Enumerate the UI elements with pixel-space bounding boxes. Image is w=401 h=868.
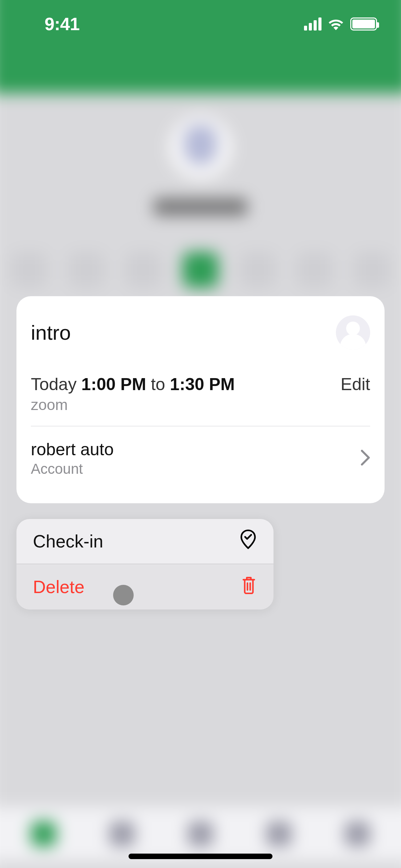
related-account-row[interactable]: robert auto Account xyxy=(31,426,370,494)
event-detail-card: intro Today 1:00 PM to 1:30 PM zoom Edit… xyxy=(16,296,385,503)
status-bar: 9:41 xyxy=(0,0,401,48)
cellular-signal-icon xyxy=(304,17,321,31)
event-start-time: 1:00 PM xyxy=(81,375,146,394)
delete-label: Delete xyxy=(33,577,84,597)
event-location: zoom xyxy=(31,396,235,413)
checkin-action[interactable]: Check-in xyxy=(16,519,274,564)
event-to-label: to xyxy=(151,375,165,394)
event-day-label: Today xyxy=(31,375,76,394)
battery-icon xyxy=(350,17,377,31)
delete-action[interactable]: Delete xyxy=(16,564,274,610)
chevron-right-icon xyxy=(361,449,370,467)
wifi-icon xyxy=(328,18,344,30)
context-action-menu: Check-in Delete xyxy=(16,519,274,610)
touch-indicator xyxy=(113,585,134,605)
status-icons xyxy=(304,17,377,31)
event-title: intro xyxy=(31,321,71,345)
location-pin-check-icon xyxy=(239,529,257,554)
edit-button[interactable]: Edit xyxy=(341,374,370,394)
event-time-row: Today 1:00 PM to 1:30 PM zoom Edit xyxy=(31,374,370,426)
checkin-label: Check-in xyxy=(33,531,103,552)
status-time: 9:41 xyxy=(45,14,80,34)
account-type-label: Account xyxy=(31,461,114,477)
event-end-time: 1:30 PM xyxy=(170,375,235,394)
trash-icon xyxy=(241,576,257,598)
event-time-text: Today 1:00 PM to 1:30 PM xyxy=(31,374,235,394)
account-name: robert auto xyxy=(31,439,114,459)
home-indicator[interactable] xyxy=(129,854,272,859)
attendee-avatar[interactable] xyxy=(336,315,370,350)
